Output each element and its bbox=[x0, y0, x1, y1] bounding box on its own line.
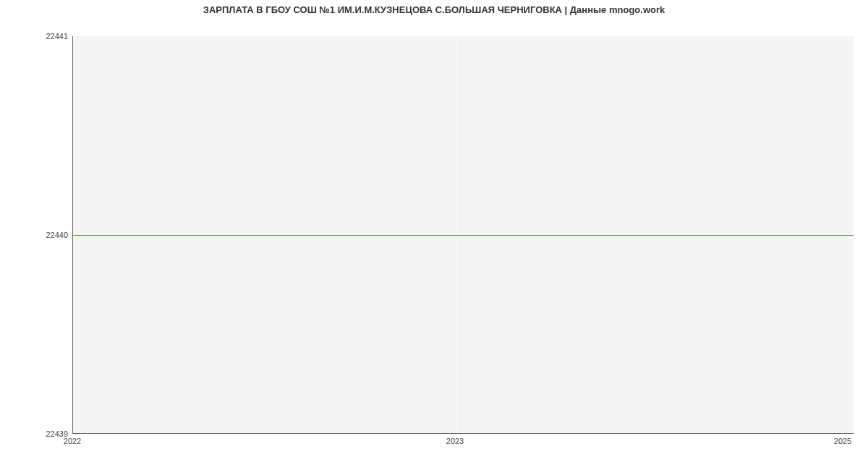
y-tick-22440: 22440 bbox=[46, 231, 68, 239]
data-line bbox=[73, 235, 854, 236]
x-tick-2023: 2023 bbox=[446, 437, 464, 445]
x-tick-2025: 2025 bbox=[834, 437, 851, 445]
x-tick-2022: 2022 bbox=[64, 437, 81, 445]
plot-area bbox=[72, 36, 854, 434]
chart-title: ЗАРПЛАТА В ГБОУ СОШ №1 ИМ.И.М.КУЗНЕЦОВА … bbox=[0, 4, 868, 15]
y-tick-22441: 22441 bbox=[46, 32, 68, 40]
